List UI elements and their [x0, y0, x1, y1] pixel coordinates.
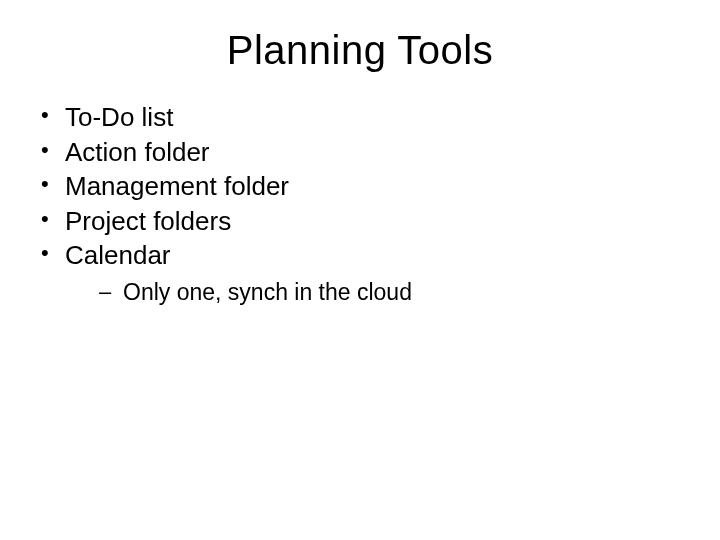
list-item: Management folder	[35, 170, 685, 203]
slide-content: To-Do list Action folder Management fold…	[0, 73, 720, 306]
list-item-text: To-Do list	[65, 102, 173, 132]
list-item-text: Project folders	[65, 206, 231, 236]
bullet-list: To-Do list Action folder Management fold…	[35, 101, 685, 306]
slide-title: Planning Tools	[0, 0, 720, 73]
slide: Planning Tools To-Do list Action folder …	[0, 0, 720, 540]
list-item: Project folders	[35, 205, 685, 238]
list-item: To-Do list	[35, 101, 685, 134]
list-item-text: Management folder	[65, 171, 289, 201]
list-item: Action folder	[35, 136, 685, 169]
list-item-text: Action folder	[65, 137, 210, 167]
sub-bullet-list: Only one, synch in the cloud	[65, 278, 685, 307]
sub-list-item-text: Only one, synch in the cloud	[123, 279, 412, 305]
list-item-text: Calendar	[65, 240, 171, 270]
sub-list-item: Only one, synch in the cloud	[65, 278, 685, 307]
list-item: Calendar Only one, synch in the cloud	[35, 239, 685, 306]
